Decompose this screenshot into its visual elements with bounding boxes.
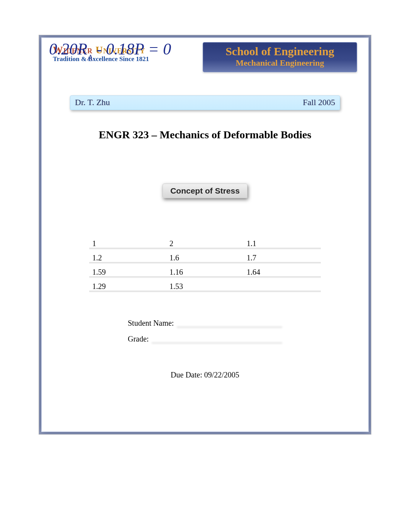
form-lines: Student Name: Grade: xyxy=(128,319,282,343)
table-cell: 1.16 xyxy=(166,265,244,278)
table-cell: 1.2 xyxy=(89,251,166,264)
table-cell: 1 xyxy=(89,237,166,250)
table-cell xyxy=(244,280,321,292)
table-cell: 1.64 xyxy=(244,265,321,278)
term-label: Fall 2005 xyxy=(303,97,335,107)
due-date-value: 09/22/2005 xyxy=(204,371,239,379)
grade-label: Grade: xyxy=(128,335,149,343)
table-cell: 1.6 xyxy=(166,251,244,264)
student-name-label: Student Name: xyxy=(128,319,174,328)
table-cell: 1.29 xyxy=(89,280,166,292)
equation-overlay: 0.20RA - 0.18P = 0 xyxy=(49,40,171,60)
equation-lhs: 0.20R xyxy=(49,40,87,58)
table-cell: 1.53 xyxy=(166,280,244,292)
header-row: 0.20RA - 0.18P = 0 Widener University Tr… xyxy=(53,42,357,72)
table-cell: 1.59 xyxy=(89,265,166,278)
table-cell: 2 xyxy=(166,237,244,250)
university-block: 0.20RA - 0.18P = 0 Widener University Tr… xyxy=(53,42,193,63)
table-cell: 1.7 xyxy=(244,251,321,264)
student-name-field[interactable] xyxy=(177,321,282,328)
school-line2: Mechanical Engineering xyxy=(207,58,353,68)
table-row: 1 2 1.1 xyxy=(89,237,321,250)
table-row: 1.59 1.16 1.64 xyxy=(89,265,321,278)
instructor-name: Dr. T. Zhu xyxy=(75,97,110,107)
equation-subscript: A xyxy=(87,53,92,62)
grade-row: Grade: xyxy=(128,335,282,343)
table-row: 1.29 1.53 xyxy=(89,280,321,292)
due-date-label: Due Date: xyxy=(171,371,204,379)
course-title: ENGR 323 – Mechanics of Deformable Bodie… xyxy=(53,129,357,141)
equation-rhs: - 0.18P = 0 xyxy=(93,40,171,58)
school-block: School of Engineering Mechanical Enginee… xyxy=(203,42,357,72)
info-bar: Dr. T. Zhu Fall 2005 xyxy=(70,95,340,110)
school-line1: School of Engineering xyxy=(207,45,353,58)
table-row: 1.2 1.6 1.7 xyxy=(89,251,321,264)
table-cell: 1.1 xyxy=(244,237,321,250)
topic-box: Concept of Stress xyxy=(163,184,247,198)
document-frame: 0.20RA - 0.18P = 0 Widener University Tr… xyxy=(39,35,371,435)
grade-field[interactable] xyxy=(152,337,282,343)
student-name-row: Student Name: xyxy=(128,319,282,328)
topics-table: 1 2 1.1 1.2 1.6 1.7 1.59 1.16 1.64 1.29 … xyxy=(89,235,321,294)
due-date: Due Date: 09/22/2005 xyxy=(53,371,357,379)
